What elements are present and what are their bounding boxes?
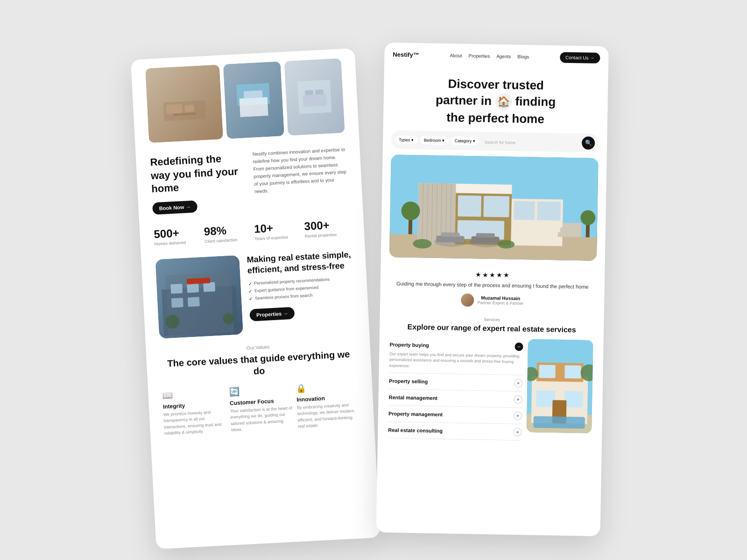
nav-links: About Properties Agents Blogs: [450, 53, 529, 59]
service-image: [526, 339, 593, 433]
svg-rect-63: [533, 416, 585, 428]
svg-rect-40: [560, 228, 581, 233]
service-consulting[interactable]: Real estate consulting +: [388, 422, 522, 441]
stat-rental: 300+ Rental properties: [304, 217, 350, 238]
svg-rect-60: [536, 390, 555, 407]
value-customer: 🔄 Customer Focus Your satisfaction is at…: [229, 384, 293, 434]
nav-properties[interactable]: Properties: [469, 53, 490, 59]
stat-homes-number: 500+: [154, 225, 200, 241]
hero-title-line3: finding: [515, 94, 556, 109]
service-buying-desc: Our expert team helps you find and secur…: [389, 351, 523, 371]
stats-row: 500+ Homes delivered 98% Client satisfac…: [154, 217, 351, 246]
headline-block: Redefining the way you find your home Bo…: [150, 151, 246, 215]
nav-blogs[interactable]: Blogs: [517, 54, 529, 59]
check-icon-1: ✓: [248, 281, 252, 286]
stat-rental-number: 300+: [304, 217, 350, 233]
svg-rect-38: [537, 202, 561, 221]
service-property-buying[interactable]: Property buying − Our expert team helps …: [389, 336, 523, 375]
stat-homes: 500+ Homes delivered: [154, 225, 200, 246]
svg-rect-41: [563, 223, 581, 228]
service-consulting-name: Real estate consulting: [388, 427, 443, 434]
service-buying-toggle[interactable]: −: [514, 342, 523, 350]
svg-rect-16: [171, 298, 183, 308]
service-rental-toggle[interactable]: +: [514, 395, 522, 404]
hero-image-exterior: [223, 61, 284, 139]
svg-rect-44: [441, 232, 460, 237]
redefining-section: Redefining the way you find your home Bo…: [150, 146, 349, 215]
svg-rect-14: [187, 283, 199, 293]
properties-button[interactable]: Properties →: [249, 307, 295, 321]
svg-rect-33: [458, 196, 481, 217]
svg-rect-1: [166, 104, 183, 114]
reviewer-avatar: [461, 294, 474, 307]
service-selling-toggle[interactable]: +: [514, 379, 522, 387]
customer-icon: 🔄: [229, 384, 291, 397]
stat-expertise: 10+ Years of expertise: [254, 220, 300, 241]
svg-rect-47: [476, 233, 495, 238]
service-selling-name: Property selling: [389, 378, 428, 384]
services-accordion: Property buying − Our expert team helps …: [388, 336, 523, 441]
hero-title: Discover trusted partner in 🏠 finding th…: [393, 75, 599, 128]
service-management-toggle[interactable]: +: [514, 412, 522, 420]
svg-rect-2: [184, 105, 194, 112]
nav-contact-button[interactable]: Contact Us →: [560, 52, 600, 63]
building-image: [155, 255, 243, 338]
review-stars: ★★★★★: [391, 270, 594, 281]
building-section: Making real estate simple, efficient, an…: [155, 249, 355, 339]
types-filter[interactable]: Types ▾: [395, 136, 417, 145]
check-icon-3: ✓: [249, 296, 253, 301]
service-property-selling[interactable]: Property selling +: [389, 373, 523, 392]
svg-rect-39: [558, 232, 581, 238]
svg-rect-15: [203, 282, 215, 292]
headline-text: Redefining the way you find your home: [150, 151, 245, 196]
innovation-icon: 🔒: [296, 380, 358, 393]
svg-rect-50: [586, 224, 590, 238]
check-icon-2: ✓: [248, 288, 253, 294]
hero-section: Discover trusted partner in 🏠 finding th…: [383, 66, 608, 134]
building-text-block: Making real estate simple, efficient, an…: [247, 249, 354, 321]
review-text: Guiding me through every step of the pro…: [391, 280, 594, 291]
customer-desc: Your satisfaction is at the heart of eve…: [230, 405, 294, 434]
svg-rect-5: [240, 97, 268, 117]
innovation-title: Innovation: [296, 393, 359, 403]
service-management-name: Property management: [388, 411, 443, 417]
navbar: Nestify™ About Properties Agents Blogs C…: [384, 42, 609, 70]
svg-rect-10: [315, 90, 324, 95]
svg-rect-34: [483, 196, 509, 217]
category-filter[interactable]: Category ▾: [451, 137, 479, 146]
search-button[interactable]: 🔍: [582, 137, 595, 150]
svg-rect-6: [244, 91, 263, 98]
nav-agents[interactable]: Agents: [496, 54, 511, 59]
house-emoji: 🏠: [495, 93, 512, 111]
hero-title-line2: partner in: [436, 93, 492, 108]
search-icon: 🔍: [585, 140, 592, 147]
hero-image-bedroom: [284, 58, 345, 136]
service-consulting-toggle[interactable]: +: [513, 428, 521, 436]
customer-title: Customer Focus: [230, 397, 292, 406]
integrity-icon: 📖: [162, 387, 225, 400]
nav-about[interactable]: About: [450, 53, 462, 58]
service-buying-name: Property buying: [389, 342, 429, 348]
stat-satisfaction-number: 98%: [204, 223, 250, 238]
services-title: Explore our range of expert real estate …: [390, 322, 593, 335]
hero-title-line4: the perfect home: [446, 110, 544, 126]
nav-logo: Nestify™: [393, 51, 419, 58]
hero-title-line1: Discover trusted: [448, 77, 544, 92]
service-rental-management[interactable]: Rental management +: [388, 389, 522, 408]
values-section: Our Values The core values that guide ev…: [160, 340, 360, 437]
values-cards: 📖 Integrity We prioritize honesty and tr…: [162, 380, 360, 437]
services-section: Services Explore our range of expert rea…: [378, 312, 604, 446]
svg-rect-58: [539, 364, 555, 378]
value-innovation: 🔒 Innovation By embracing creativity and…: [296, 380, 360, 430]
bedroom-filter[interactable]: Bedroom ▾: [420, 136, 448, 145]
property-hero-image: [389, 154, 599, 261]
book-now-button[interactable]: Book Now →: [152, 200, 197, 215]
services-list: Property buying − Our expert team helps …: [388, 336, 593, 442]
svg-rect-59: [564, 365, 581, 378]
search-bar[interactable]: Types ▾ Bedroom ▾ Category ▾ Search for …: [391, 130, 599, 153]
hero-images-row: [145, 58, 345, 143]
service-property-management[interactable]: Property management +: [388, 406, 522, 424]
value-integrity: 📖 Integrity We prioritize honesty and tr…: [162, 387, 226, 437]
search-input-wrap[interactable]: Search for home: [482, 137, 579, 147]
review-section: ★★★★★ Guiding me through every step of t…: [380, 263, 605, 315]
